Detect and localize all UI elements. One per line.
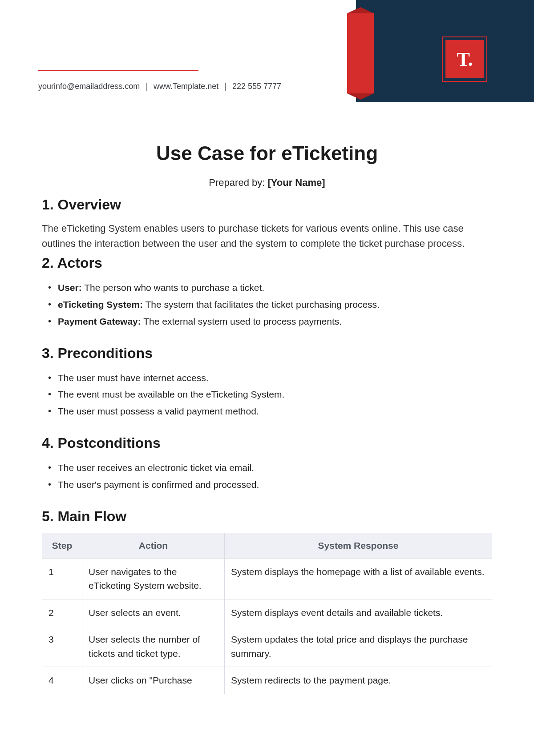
list-item: eTicketing System: The system that facil…: [48, 296, 492, 313]
cell-response: System displays the homepage with a list…: [225, 558, 492, 599]
table-row: 2 User selects an event. System displays…: [42, 599, 492, 626]
prepared-value: [Your Name]: [267, 177, 325, 188]
list-item: The user must possess a valid payment me…: [48, 403, 492, 420]
preconditions-list: The user must have internet access. The …: [42, 370, 492, 420]
mainflow-table: Step Action System Response 1 User navig…: [42, 533, 492, 694]
section-heading-preconditions: 3. Preconditions: [42, 345, 492, 362]
cell-response: System redirects to the payment page.: [225, 667, 492, 694]
header-red-ribbon: [347, 13, 374, 93]
actor-desc: The system that facilitates the ticket p…: [143, 299, 380, 310]
separator-icon: |: [146, 82, 148, 91]
section-heading-overview: 1. Overview: [42, 197, 492, 213]
cell-action: User selects the number of tickets and t…: [82, 626, 225, 667]
cell-response: System displays event details and availa…: [225, 599, 492, 626]
document-page: T. yourinfo@emailaddress.com | www.Templ…: [0, 0, 534, 756]
list-item: The user's payment is confirmed and proc…: [48, 476, 492, 493]
section-heading-actors: 2. Actors: [42, 255, 492, 271]
page-title: Use Case for eTicketing: [42, 142, 492, 165]
list-item: User: The person who wants to purchase a…: [48, 279, 492, 296]
prepared-label: Prepared by:: [209, 177, 265, 188]
list-item: The user receives an electronic ticket v…: [48, 459, 492, 476]
list-item: Payment Gateway: The external system use…: [48, 313, 492, 330]
logo-icon: T.: [445, 40, 484, 78]
table-header-row: Step Action System Response: [42, 533, 492, 558]
cell-action: User clicks on "Purchase: [82, 667, 225, 694]
section-heading-mainflow: 5. Main Flow: [42, 508, 492, 525]
table-row: 4 User clicks on "Purchase System redire…: [42, 667, 492, 694]
content: Use Case for eTicketing Prepared by: [Yo…: [0, 102, 534, 712]
list-item: The event must be available on the eTick…: [48, 386, 492, 403]
col-step: Step: [42, 533, 82, 558]
col-action: Action: [82, 533, 225, 558]
list-item: The user must have internet access.: [48, 370, 492, 386]
cell-step: 4: [42, 667, 82, 694]
col-response: System Response: [225, 533, 492, 558]
logo-frame: T.: [442, 36, 487, 82]
actor-term: User:: [58, 282, 82, 293]
actors-list: User: The person who wants to purchase a…: [42, 279, 492, 330]
actor-term: Payment Gateway:: [58, 316, 141, 326]
cell-action: User selects an event.: [82, 599, 225, 626]
actor-term: eTicketing System:: [58, 299, 143, 310]
contact-phone: 222 555 7777: [232, 82, 281, 91]
cell-action: User navigates to the eTicketing System …: [82, 558, 225, 599]
cell-step: 3: [42, 626, 82, 667]
contact-email: yourinfo@emailaddress.com: [38, 82, 140, 91]
table-row: 1 User navigates to the eTicketing Syste…: [42, 558, 492, 599]
separator-icon: |: [224, 82, 227, 91]
contact-line: yourinfo@emailaddress.com | www.Template…: [38, 82, 281, 91]
contact-website: www.Template.net: [154, 82, 218, 91]
actor-desc: The person who wants to purchase a ticke…: [82, 282, 265, 293]
actor-desc: The external system used to process paym…: [141, 316, 342, 326]
table-row: 3 User selects the number of tickets and…: [42, 626, 492, 667]
cell-step: 1: [42, 558, 82, 599]
cell-step: 2: [42, 599, 82, 626]
header: T. yourinfo@emailaddress.com | www.Templ…: [0, 0, 534, 102]
section-heading-postconditions: 4. Postconditions: [42, 435, 492, 451]
cell-response: System updates the total price and displ…: [225, 626, 492, 667]
postconditions-list: The user receives an electronic ticket v…: [42, 459, 492, 493]
overview-body: The eTicketing System enables users to p…: [42, 221, 492, 251]
prepared-by: Prepared by: [Your Name]: [42, 177, 492, 189]
header-rule: [38, 70, 198, 71]
